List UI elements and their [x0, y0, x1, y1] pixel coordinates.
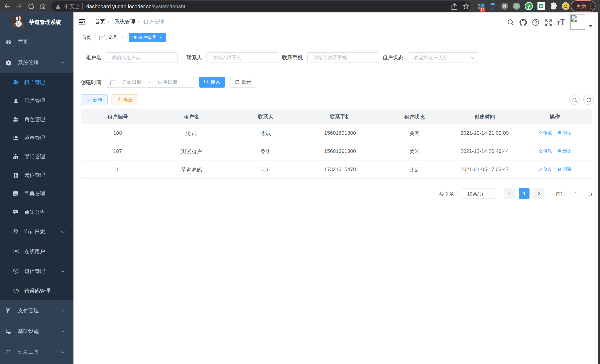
svg-text:⌘: ⌘: [502, 3, 507, 9]
svg-text:y: y: [527, 3, 530, 9]
